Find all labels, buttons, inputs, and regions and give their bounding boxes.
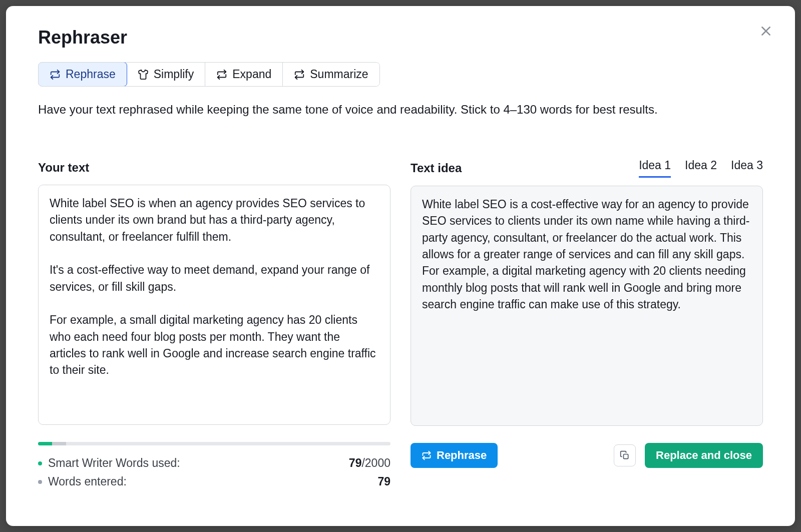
svg-rect-2 xyxy=(624,454,628,459)
tab-summarize[interactable]: Summarize xyxy=(283,63,379,86)
tab-rephrase[interactable]: Rephrase xyxy=(38,62,127,87)
tab-expand-label: Expand xyxy=(232,68,271,81)
usage-progress-bar xyxy=(38,442,390,445)
mode-description: Have your text rephrased while keeping t… xyxy=(38,101,763,119)
idea-tab-1[interactable]: Idea 1 xyxy=(639,159,671,178)
stat-words-used: Smart Writer Words used: 79/2000 xyxy=(38,456,390,470)
modal-title: Rephraser xyxy=(38,27,763,48)
stat-words-entered: Words entered: 79 xyxy=(38,475,390,488)
input-heading: Your text xyxy=(38,161,89,175)
tab-expand[interactable]: Expand xyxy=(205,63,283,86)
tab-simplify[interactable]: Simplify xyxy=(127,63,206,86)
tab-summarize-label: Summarize xyxy=(310,68,368,81)
expand-icon xyxy=(216,69,227,80)
rephraser-modal: Rephraser Rephrase Simplify Expand Summa… xyxy=(6,6,795,526)
words-used-value: 79 xyxy=(349,456,362,469)
summarize-icon xyxy=(294,69,305,80)
rephrase-action-icon xyxy=(422,450,432,460)
simplify-icon xyxy=(138,69,149,80)
idea-tabs: Idea 1 Idea 2 Idea 3 xyxy=(639,159,763,178)
rephrase-icon xyxy=(50,69,61,80)
dot-gray-icon xyxy=(38,480,42,484)
replace-close-label: Replace and close xyxy=(656,449,752,462)
mode-tabs: Rephrase Simplify Expand Summarize xyxy=(38,62,380,87)
rephrase-button[interactable]: Rephrase xyxy=(411,443,498,468)
rephrase-button-label: Rephrase xyxy=(437,449,487,462)
replace-close-button[interactable]: Replace and close xyxy=(645,443,763,468)
usage-stats: Smart Writer Words used: 79/2000 Words e… xyxy=(38,442,390,493)
close-button[interactable] xyxy=(755,20,777,42)
close-icon xyxy=(759,25,772,38)
tab-simplify-label: Simplify xyxy=(154,68,194,81)
tab-rephrase-label: Rephrase xyxy=(66,68,116,81)
dot-green-icon xyxy=(38,461,42,465)
output-panel: Text idea Idea 1 Idea 2 Idea 3 White lab… xyxy=(411,159,763,493)
copy-icon xyxy=(620,450,630,460)
words-used-label: Smart Writer Words used: xyxy=(48,456,180,470)
idea-tab-3[interactable]: Idea 3 xyxy=(731,159,763,178)
output-text: White label SEO is a cost-effective way … xyxy=(411,186,763,426)
words-used-limit: /2000 xyxy=(361,456,390,469)
words-entered-label: Words entered: xyxy=(48,475,127,488)
input-panel: Your text White label SEO is when an age… xyxy=(38,159,390,493)
input-textarea[interactable]: White label SEO is when an agency provid… xyxy=(38,185,390,425)
output-actions: Rephrase Replace and close xyxy=(411,443,763,468)
copy-button[interactable] xyxy=(614,444,636,466)
progress-fill-entered xyxy=(52,442,66,445)
progress-fill-used xyxy=(38,442,52,445)
words-entered-value: 79 xyxy=(377,475,390,488)
panels: Your text White label SEO is when an age… xyxy=(38,159,763,493)
idea-tab-2[interactable]: Idea 2 xyxy=(685,159,717,178)
output-heading: Text idea xyxy=(411,161,462,175)
